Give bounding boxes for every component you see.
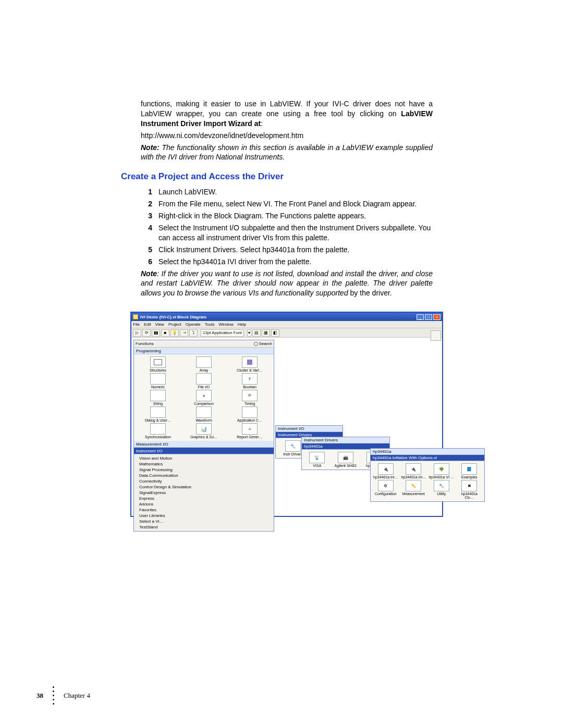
intro-note: Note: The functionality shown in this se…: [141, 143, 433, 163]
intro-paragraph: functions, making it easier to use in La…: [141, 99, 433, 129]
palette-graphics[interactable]: Graphics & So…: [182, 423, 226, 439]
pl-express[interactable]: Express: [134, 496, 274, 501]
step-button[interactable]: ⤵: [189, 329, 198, 337]
pl-selectvi[interactable]: Select a VI…: [134, 519, 274, 524]
palette-numeric[interactable]: Numeric: [136, 373, 180, 389]
palette-appctrl[interactable]: Application C…: [228, 406, 272, 422]
palette-search[interactable]: Search: [254, 341, 272, 346]
font-dropdown-icon[interactable]: ▾: [247, 329, 251, 337]
toolbar: ▷ ⟳ ▮▮ ■ 💡 ⇢ ⤵ 13pt Application Font ▾ ▤…: [131, 328, 442, 338]
font-selector[interactable]: 13pt Application Font: [201, 329, 244, 337]
sub2-agilent[interactable]: 📠Agilent 34401: [333, 452, 359, 467]
sub3-config[interactable]: ⚙Configuration: [373, 480, 399, 499]
palette-title: Functions: [136, 341, 154, 346]
pl-userlib[interactable]: User Libraries: [134, 513, 274, 519]
subpalette-hp34401a: hp34401a hp34401a Initialize With Option…: [370, 448, 485, 502]
sub3-init2[interactable]: 🔌hp34401a Ini…: [401, 463, 427, 479]
palette-boolean[interactable]: Boolean: [228, 373, 272, 389]
stop-button[interactable]: ■: [161, 329, 169, 337]
app-icon: [133, 314, 138, 319]
pl-sigx[interactable]: SignalExpress: [134, 490, 274, 496]
palette-report[interactable]: Report Gener…: [228, 423, 272, 439]
menu-project[interactable]: Project: [168, 322, 181, 327]
palette-structures[interactable]: Structures: [136, 356, 180, 372]
menu-window[interactable]: Window: [218, 322, 233, 327]
pl-signal[interactable]: Signal Processing: [134, 467, 274, 473]
sub2-header: Instrument Drivers: [302, 437, 389, 443]
functions-palette: Functions Search Programming Structures …: [133, 340, 274, 532]
menu-view[interactable]: View: [155, 322, 164, 327]
palette-cluster[interactable]: Cluster & Vari…: [228, 356, 272, 372]
page-footer: 38 Chapter 4: [36, 686, 90, 705]
palette-row-measurement[interactable]: Measurement I/O: [134, 441, 274, 448]
labview-window: IVI Demo (IVI-C).vi Block Diagram _ □ × …: [130, 312, 443, 517]
palette-timing[interactable]: Timing: [228, 390, 272, 405]
highlight-button[interactable]: 💡: [170, 329, 179, 337]
note-2: Note: If the driver you want to use is n…: [141, 269, 433, 299]
palette-category-list: Vision and Motion Mathematics Signal Pro…: [134, 454, 274, 531]
menu-edit[interactable]: Edit: [144, 322, 151, 327]
reorder-button[interactable]: ◧: [271, 329, 279, 337]
menu-help[interactable]: Help: [238, 322, 246, 327]
sub3-util[interactable]: 🔧Utility: [429, 480, 455, 499]
sub3-meas[interactable]: 📏Measurement: [401, 480, 427, 499]
run-button[interactable]: ▷: [133, 329, 141, 337]
minimize-button[interactable]: _: [417, 314, 424, 320]
menu-tools[interactable]: Tools: [205, 322, 215, 327]
section-heading: Create a Project and Access the Driver: [121, 171, 433, 182]
sub3-selected[interactable]: hp34401a Initialize With Options.vi: [371, 455, 484, 461]
sub1-header: Instrument I/O: [276, 426, 342, 432]
pl-vision[interactable]: Vision and Motion: [134, 455, 274, 461]
pl-connect[interactable]: Connectivity: [134, 478, 274, 484]
palette-string[interactable]: String: [136, 390, 180, 405]
pl-datacom[interactable]: Data Communication: [134, 473, 274, 478]
palette-grid: Structures Array Cluster & Vari… Numeric…: [134, 354, 274, 441]
window-titlebar: IVI Demo (IVI-C).vi Block Diagram _ □ ×: [131, 313, 442, 321]
chapter-label: Chapter 4: [64, 692, 90, 700]
palette-dialog[interactable]: Dialog & User…: [136, 406, 180, 422]
context-help-icon[interactable]: [431, 330, 441, 341]
window-title: IVI Demo (IVI-C).vi Block Diagram: [140, 315, 415, 319]
steps-list: 1Launch LabVIEW. 2From the File menu, se…: [141, 187, 433, 266]
palette-waveform[interactable]: Waveform: [182, 406, 226, 422]
run-cont-button[interactable]: ⟳: [142, 329, 151, 337]
pl-fav[interactable]: Favorites: [134, 507, 274, 513]
sub3-examples[interactable]: 📘Examples: [457, 463, 483, 479]
pl-ctrldes[interactable]: Control Design & Simulation: [134, 484, 274, 490]
sub3-header: hp34401a: [371, 449, 484, 455]
palette-row-programming[interactable]: Programming: [134, 348, 274, 354]
sub2-visa[interactable]: 📡VISA: [304, 452, 331, 467]
pl-math[interactable]: Mathematics: [134, 461, 274, 467]
pl-teststand[interactable]: TestStand: [134, 524, 274, 530]
page-number: 38: [36, 692, 43, 700]
sub3-init1[interactable]: 🔌hp34401a Ini…: [373, 463, 399, 479]
search-icon: [254, 342, 258, 346]
sub3-close[interactable]: ✖hp34401a Clo…: [457, 480, 483, 499]
menu-file[interactable]: File: [133, 322, 140, 327]
footer-dots-icon: [53, 686, 54, 705]
palette-sync[interactable]: Synchronization: [136, 423, 180, 439]
close-button[interactable]: ×: [433, 314, 440, 320]
pause-button[interactable]: ▮▮: [152, 329, 160, 337]
intro-url: http://www.ni.com/devzone/idnet/developm…: [141, 131, 433, 141]
retain-button[interactable]: ⇢: [180, 329, 188, 337]
palette-row-instrument-io[interactable]: Instrument I/O: [134, 448, 274, 454]
pl-addons[interactable]: Addons: [134, 501, 274, 507]
sub3-vitree[interactable]: 🌳hp34401a VI …: [429, 463, 455, 479]
embedded-screenshot: IVI Demo (IVI-C).vi Block Diagram _ □ × …: [130, 312, 506, 517]
menu-operate[interactable]: Operate: [186, 322, 201, 327]
align-button[interactable]: ▤: [252, 329, 261, 337]
palette-array[interactable]: Array: [182, 356, 226, 372]
palette-fileio[interactable]: File I/O: [182, 373, 226, 389]
menu-bar: File Edit View Project Operate Tools Win…: [131, 321, 442, 328]
maximize-button[interactable]: □: [425, 314, 432, 320]
distribute-button[interactable]: ▦: [262, 329, 270, 337]
palette-comparison[interactable]: Comparison: [182, 390, 226, 405]
